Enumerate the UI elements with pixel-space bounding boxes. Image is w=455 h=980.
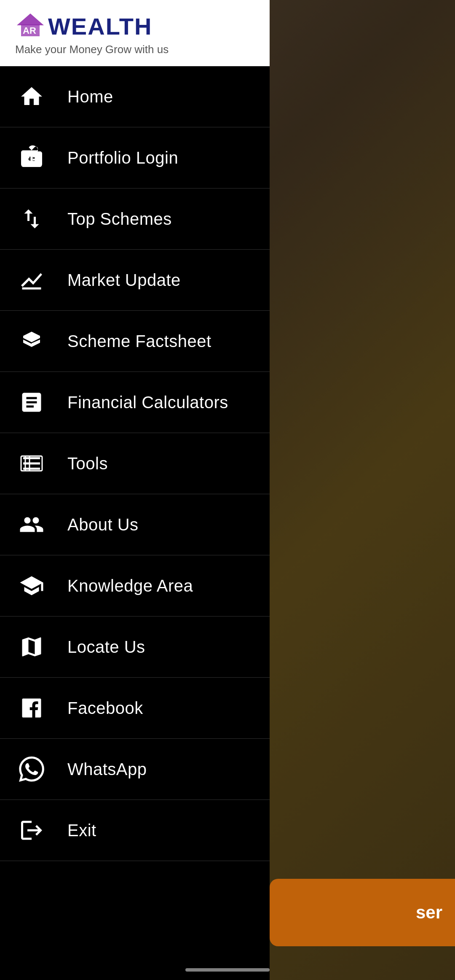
top-schemes-icon [17, 204, 46, 234]
svg-text:AR: AR [23, 25, 36, 36]
sidebar-item-label-about-us: About Us [67, 515, 139, 534]
sidebar-item-top-schemes[interactable]: Top Schemes [0, 188, 270, 250]
bottom-button-text: ser [416, 902, 442, 923]
home-icon [17, 82, 46, 111]
sidebar-item-portfolio-login[interactable]: Portfolio Login [0, 127, 270, 188]
sidebar-item-whatsapp[interactable]: WhatsApp [0, 739, 270, 800]
sidebar-item-home[interactable]: Home [0, 66, 270, 127]
knowledge-area-icon [17, 571, 46, 600]
sidebar-item-label-portfolio-login: Portfolio Login [67, 148, 178, 167]
sidebar-item-label-scheme-factsheet: Scheme Factsheet [67, 332, 211, 351]
home-indicator [185, 968, 270, 972]
svg-marker-0 [17, 13, 44, 25]
logo-container: AR WEALTH [15, 12, 152, 40]
sidebar-item-label-top-schemes: Top Schemes [67, 210, 172, 229]
sidebar-item-knowledge-area[interactable]: Knowledge Area [0, 555, 270, 617]
svg-rect-6 [33, 159, 37, 161]
sidebar-item-label-tools: Tools [67, 454, 108, 473]
sidebar-item-label-market-update: Market Update [67, 271, 181, 290]
sidebar-item-financial-calculators[interactable]: Financial Calculators [0, 372, 270, 433]
calculator-icon [17, 388, 46, 417]
logo-wealth-text: WEALTH [48, 13, 152, 40]
sidebar-item-tools[interactable]: Tools [0, 433, 270, 494]
facebook-icon [17, 693, 46, 723]
locate-us-icon [17, 632, 46, 662]
sidebar-item-label-exit: Exit [67, 821, 96, 840]
svg-rect-5 [33, 156, 38, 157]
whatsapp-icon [17, 754, 46, 784]
portfolio-icon [17, 143, 46, 172]
sidebar-drawer: AR WEALTH Make your Money Grow with us H… [0, 0, 270, 980]
sidebar-item-exit[interactable]: Exit [0, 800, 270, 861]
svg-point-4 [25, 155, 29, 159]
sidebar-item-label-whatsapp: WhatsApp [67, 760, 147, 779]
sidebar-item-market-update[interactable]: Market Update [0, 250, 270, 311]
sidebar-item-locate-us[interactable]: Locate Us [0, 617, 270, 678]
sidebar-item-about-us[interactable]: About Us [0, 494, 270, 555]
scheme-factsheet-icon [17, 326, 46, 356]
sidebar-item-facebook[interactable]: Facebook [0, 678, 270, 739]
logo-tagline: Make your Money Grow with us [15, 43, 169, 56]
sidebar-item-label-knowledge-area: Knowledge Area [67, 576, 193, 595]
bottom-button[interactable]: ser [270, 879, 455, 946]
market-update-icon [17, 265, 46, 295]
sidebar-item-label-financial-calculators: Financial Calculators [67, 393, 228, 412]
tools-icon [17, 449, 46, 478]
sidebar-item-label-facebook: Facebook [67, 699, 143, 718]
logo-icon: AR [15, 12, 46, 40]
sidebar-item-label-locate-us: Locate Us [67, 638, 145, 657]
exit-icon [17, 816, 46, 845]
nav-list: Home Portfolio Login Top Schemes Market … [0, 66, 270, 980]
about-us-icon [17, 510, 46, 539]
logo-header: AR WEALTH Make your Money Grow with us [0, 0, 270, 66]
sidebar-item-label-home: Home [67, 87, 113, 106]
sidebar-item-scheme-factsheet[interactable]: Scheme Factsheet [0, 311, 270, 372]
